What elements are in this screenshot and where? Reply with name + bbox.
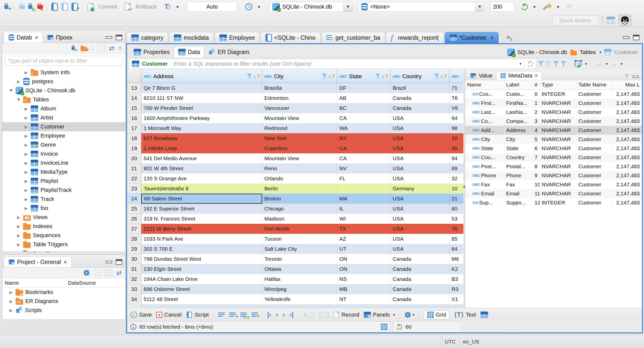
cell-address[interactable]: 1 Infinite Loop bbox=[141, 143, 262, 153]
cell-address[interactable]: 627 Broadway bbox=[141, 133, 262, 143]
row-number[interactable]: 15 bbox=[127, 103, 141, 113]
cell-postalcode[interactable]: T6 bbox=[449, 93, 463, 103]
value-view-icon[interactable] bbox=[480, 312, 488, 318]
cell-city[interactable]: Berlin bbox=[262, 184, 337, 194]
editor-tab--sqlite-chino[interactable]: <SQLite - Chino bbox=[261, 32, 320, 43]
metadata-row-country[interactable]: ABCCou...Country7NVARCHARCustomer2,147,4… bbox=[465, 153, 642, 162]
tree-item-data-types[interactable]: ▶Data Types bbox=[2, 249, 125, 252]
save-filter-icon[interactable] bbox=[553, 61, 559, 67]
fetch-size-input[interactable]: 200 bbox=[490, 2, 514, 12]
commit-mode-combo[interactable]: Auto bbox=[187, 2, 237, 12]
save-button[interactable]: ✓Save bbox=[131, 312, 152, 318]
tab-properties[interactable]: Properties bbox=[130, 47, 174, 58]
column-header-address[interactable]: ABCAddress↕? bbox=[141, 70, 262, 83]
editor-tab-employee[interactable]: Employee bbox=[215, 32, 260, 43]
column-help-icon[interactable]: ? bbox=[257, 73, 260, 79]
tab-project-general[interactable]: Project - General✕ bbox=[4, 256, 72, 267]
cell-country[interactable]: Canada bbox=[390, 264, 449, 274]
open-perspective-icon[interactable] bbox=[607, 17, 615, 24]
connect-icon[interactable] bbox=[18, 3, 24, 11]
metadata-row-custo-[interactable]: 123Cus...Custo...0INTEGERCustomer2,147,4… bbox=[465, 90, 642, 99]
sql-editor-icon[interactable] bbox=[51, 3, 58, 11]
column-header-city[interactable]: ABCCity↕? bbox=[262, 70, 337, 83]
query-history-icon[interactable] bbox=[245, 3, 252, 10]
cell-state[interactable]: IL bbox=[337, 204, 390, 214]
cell-city[interactable]: Vancouver bbox=[262, 103, 337, 113]
cell-state[interactable]: ON bbox=[337, 254, 390, 264]
rollback-button[interactable]: Rollback bbox=[136, 4, 157, 10]
row-number[interactable]: 21 bbox=[127, 163, 141, 173]
filter-funnel-icon[interactable] bbox=[247, 74, 252, 79]
search-dropdown-arrow[interactable]: ▼ bbox=[556, 5, 560, 9]
breadcrumb-dropdown-arrow[interactable]: ▾ bbox=[599, 50, 601, 55]
editor-tab-get-customer-ba[interactable]: get_customer_ba bbox=[321, 32, 385, 43]
tree-expanded-icon[interactable]: ▼ bbox=[16, 97, 21, 102]
cell-address[interactable]: 801 W 4th Street bbox=[141, 163, 262, 173]
cell-country[interactable]: Canada bbox=[390, 93, 449, 103]
cell-address[interactable]: 69 Salem Street bbox=[141, 194, 262, 204]
column-header-name[interactable]: Name bbox=[2, 280, 65, 286]
cell-address[interactable]: 230 Elgin Street bbox=[141, 264, 262, 274]
cell-postalcode[interactable]: 10 bbox=[449, 133, 463, 143]
cell-country[interactable]: USA bbox=[390, 153, 449, 163]
breadcrumb-container[interactable]: Tables bbox=[580, 49, 596, 56]
editor-tab-rewards-report-[interactable]: frewards_report( bbox=[386, 32, 444, 43]
filter-history-arrow[interactable]: ▾ bbox=[519, 62, 521, 66]
row-number[interactable]: 29 bbox=[127, 244, 141, 254]
cell-state[interactable]: CA bbox=[337, 143, 390, 153]
cell-state[interactable]: NT bbox=[337, 294, 390, 304]
tree-item-foo[interactable]: ▶foo bbox=[2, 204, 125, 213]
column-header-table-name[interactable]: Table Name bbox=[577, 80, 612, 89]
tree-collapsed-icon[interactable]: ▶ bbox=[16, 224, 21, 229]
metadata-row-email[interactable]: ABCEmailEmail11NVARCHARCustomer2,147,483 bbox=[465, 189, 642, 198]
metadata-row-address[interactable]: ABCAdd...Address4NVARCHARCustomer2,147,4… bbox=[465, 126, 642, 135]
cancel-button[interactable]: xCancel bbox=[156, 312, 181, 318]
cell-postalcode[interactable]: 98 bbox=[449, 123, 463, 133]
link-with-editor-icon[interactable]: ⇄ bbox=[109, 45, 114, 52]
tab-projects[interactable]: Проек bbox=[43, 32, 76, 43]
metadata-row-fax[interactable]: ABCFaxFax10NVARCHARCustomer2,147,483 bbox=[465, 180, 642, 189]
metadata-row-lastna-[interactable]: ABCLast...LastNa...2NVARCHARCustomer2,14… bbox=[465, 108, 642, 117]
cell-country[interactable]: USA bbox=[390, 234, 449, 244]
cell-country[interactable]: USA bbox=[390, 133, 449, 143]
tree-collapsed-icon[interactable]: ▶ bbox=[24, 161, 28, 165]
cell-address[interactable]: 5112 48 Street bbox=[141, 294, 262, 304]
cell-country[interactable]: Canada bbox=[390, 284, 449, 294]
cell-state[interactable]: UT bbox=[337, 244, 390, 254]
sort-icon[interactable]: ↕ bbox=[440, 73, 443, 79]
cell-address[interactable]: 120 S Orange Ave bbox=[141, 173, 262, 184]
tree-collapsed-icon[interactable]: ▶ bbox=[9, 299, 13, 304]
project-item-scripts[interactable]: ▶Scripts bbox=[2, 306, 125, 315]
commit-icon[interactable]: ▣ bbox=[87, 3, 93, 11]
row-number[interactable]: 31 bbox=[127, 264, 141, 274]
cell-city[interactable]: Reno bbox=[262, 163, 337, 173]
previous-dropdown-arrow[interactable]: ▾ bbox=[606, 62, 608, 66]
breadcrumb-entity[interactable]: Customer bbox=[614, 49, 638, 56]
reconnect-icon[interactable]: ↻ bbox=[27, 3, 33, 11]
cell-postalcode[interactable]: 94 bbox=[449, 113, 463, 123]
cell-country[interactable]: USA bbox=[390, 224, 449, 234]
fetch-previous-icon[interactable]: ← bbox=[595, 60, 603, 68]
refresh-icon[interactable] bbox=[526, 60, 534, 68]
timer-dropdown-arrow[interactable]: ▾ bbox=[585, 62, 587, 66]
cell-postalcode[interactable] bbox=[449, 304, 463, 308]
cell-state[interactable]: FL bbox=[337, 173, 390, 184]
column-header-number[interactable]: # bbox=[534, 80, 540, 89]
cell-postalcode[interactable]: 85 bbox=[449, 234, 463, 244]
close-icon[interactable]: ✕ bbox=[63, 259, 67, 265]
cell-city[interactable]: Ottawa bbox=[262, 264, 337, 274]
cell-state[interactable] bbox=[337, 184, 390, 194]
row-number[interactable]: 27 bbox=[127, 224, 141, 234]
quick-access-input[interactable]: Quick Access bbox=[552, 15, 598, 25]
metadata-row-postal-[interactable]: ABCPost...Postal...8NVARCHARCustomer2,14… bbox=[465, 162, 642, 171]
column-header-name[interactable]: Name bbox=[465, 80, 505, 89]
cell-state[interactable]: TX bbox=[337, 224, 390, 234]
cell-city[interactable] bbox=[262, 304, 337, 308]
cell-postalcode[interactable]: R3 bbox=[449, 284, 463, 294]
cell-state[interactable]: WI bbox=[337, 214, 390, 224]
filter-funnel-icon[interactable] bbox=[375, 74, 381, 79]
more-tabs-indicator[interactable]: »5 bbox=[506, 33, 512, 42]
column-help-icon[interactable]: ? bbox=[385, 73, 388, 79]
cell-address[interactable]: 796 Dundas Street West bbox=[141, 254, 262, 264]
script-button[interactable]: Script bbox=[186, 311, 209, 319]
